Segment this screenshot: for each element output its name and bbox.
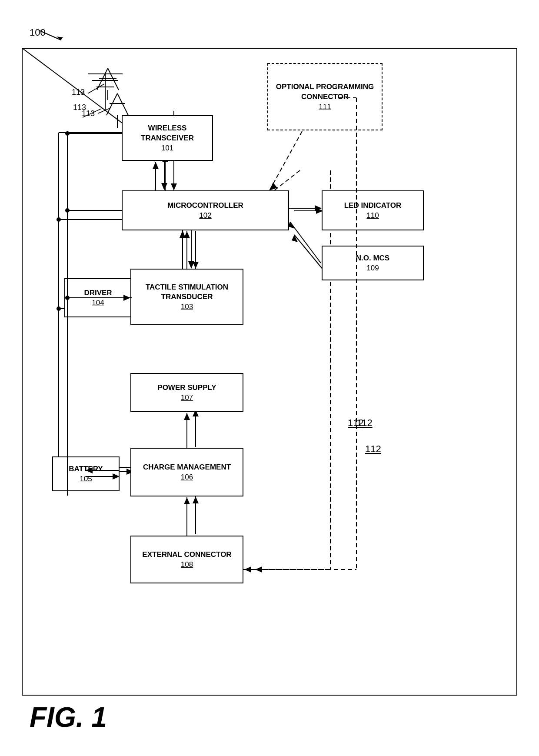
no-mcs-block: N.O. MCS 109 [322, 246, 424, 280]
svg-line-0 [39, 30, 61, 40]
figure-100-arrow [37, 27, 72, 44]
power-supply-block: POWER SUPPLY 107 [130, 373, 243, 412]
wireless-transceiver-block: WIRELESS TRANSCEIVER 101 [122, 115, 213, 161]
led-indicator-block: LED INDICATOR 110 [322, 190, 424, 230]
external-connector-block: EXTERNAL CONNECTOR 108 [130, 536, 243, 583]
microcontroller-block: MICROCONTROLLER 102 [122, 190, 289, 230]
battery-block: BATTERY 105 [52, 456, 120, 491]
main-border-box [22, 48, 517, 696]
svg-line-47 [97, 68, 108, 90]
antenna-pointer [82, 107, 103, 120]
system-boundary-label: 112 [356, 417, 373, 429]
svg-line-51 [83, 109, 101, 117]
driver-block: DRIVER 104 [64, 278, 132, 317]
svg-line-48 [108, 68, 119, 90]
figure-label: FIG. 1 [30, 701, 107, 733]
antenna-symbol [95, 66, 121, 101]
tactile-stimulation-block: TACTILE STIMULATION TRANSDUCER 103 [130, 269, 243, 325]
charge-management-block: CHARGE MANAGEMENT 106 [130, 448, 243, 496]
optional-programming-block: OPTIONAL PROGRAMMING CONNECTOR 111 [267, 63, 383, 130]
